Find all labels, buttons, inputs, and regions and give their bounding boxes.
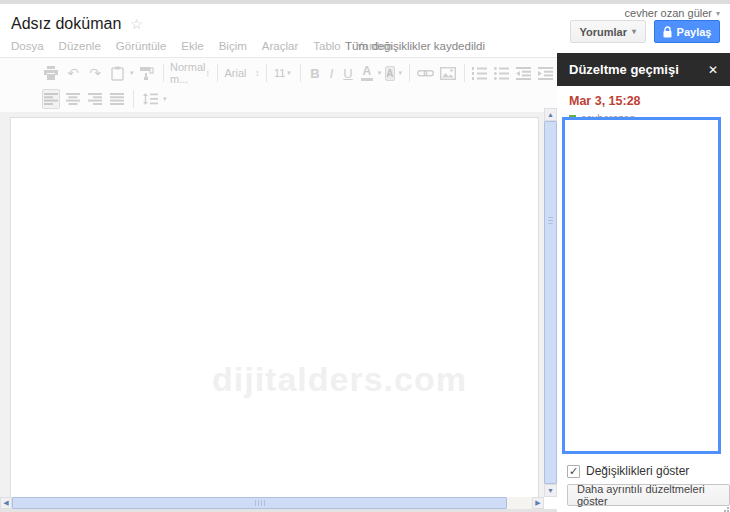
chevron-down-icon[interactable]: ▾ xyxy=(399,69,403,77)
text-color-button[interactable]: A xyxy=(361,66,373,81)
align-justify-button[interactable] xyxy=(108,89,126,109)
italic-button[interactable]: I xyxy=(330,66,334,81)
align-left-button[interactable] xyxy=(42,89,60,109)
revision-entry-date[interactable]: Mar 3, 15:28 xyxy=(569,94,730,108)
paragraph-style-dropdown[interactable]: Normal m... ↕ xyxy=(170,61,210,85)
star-icon[interactable]: ☆ xyxy=(130,16,143,32)
bulleted-list-icon[interactable] xyxy=(493,63,511,83)
vertical-scrollbar-thumb[interactable] xyxy=(544,121,557,484)
paint-format-icon[interactable] xyxy=(138,63,156,83)
increase-indent-icon[interactable] xyxy=(537,63,555,83)
bold-button[interactable]: B xyxy=(310,66,319,81)
menu-item-goruntule[interactable]: Görüntüle xyxy=(116,40,167,52)
updown-icon: ↕ xyxy=(205,68,210,78)
share-button[interactable]: Paylaş xyxy=(654,20,720,43)
menu-item-araclar[interactable]: Araçlar xyxy=(262,40,298,52)
document-page xyxy=(10,117,539,497)
revision-history-panel: Düzeltme geçmişi ✕ Mar 3, 15:28 cevheroz… xyxy=(557,53,730,512)
share-button-label: Paylaş xyxy=(677,26,712,38)
scrollbar-grip xyxy=(548,217,553,225)
scroll-left-arrow-icon[interactable]: ◀ xyxy=(0,497,12,509)
account-menu[interactable]: cevher ozan güler ▾ xyxy=(625,7,720,19)
print-icon[interactable] xyxy=(42,63,60,83)
updown-icon: ↕ xyxy=(255,68,260,78)
vertical-scrollbar[interactable]: ▲ ▼ xyxy=(544,108,557,497)
show-changes-row[interactable]: ✓ Değişiklikleri göster xyxy=(567,464,689,478)
menu-item-ekle[interactable]: Ekle xyxy=(181,40,203,52)
chevron-down-icon[interactable]: ▾ xyxy=(163,95,167,103)
toolbar-row-2: ▾ xyxy=(0,86,557,112)
comments-button-label: Yorumlar xyxy=(580,26,627,38)
toolbar-separator xyxy=(133,90,134,108)
text-color-letter: A xyxy=(362,66,371,77)
font-size-dropdown[interactable]: 11 ▾ xyxy=(274,67,293,79)
document-title[interactable]: Adsız doküman xyxy=(11,15,121,33)
lock-icon xyxy=(663,26,672,38)
toolbar: ↶ ↷ ▾ Normal m... ↕ Arial ↕ 11 ▾ xyxy=(0,57,557,112)
scrollbar-grip xyxy=(255,500,265,506)
document-area: dijitalders.com xyxy=(0,112,544,497)
font-size-value: 11 xyxy=(274,67,285,79)
decrease-indent-icon[interactable] xyxy=(515,63,533,83)
show-changes-checkbox[interactable]: ✓ xyxy=(567,465,580,478)
align-center-button[interactable] xyxy=(64,89,82,109)
doc-title-row: Adsız doküman ☆ xyxy=(11,15,143,33)
show-detailed-revisions-button[interactable]: Daha ayrıntılı düzeltmeleri göster xyxy=(567,484,730,506)
align-right-button[interactable] xyxy=(86,89,104,109)
google-docs-window: cevher ozan güler ▾ Adsız doküman ☆ Dosy… xyxy=(0,0,730,512)
resize-grip-icon[interactable] xyxy=(719,501,729,511)
line-spacing-icon[interactable] xyxy=(141,89,159,109)
comments-button[interactable]: Yorumlar ▾ xyxy=(570,20,647,43)
scroll-right-arrow-icon[interactable]: ▶ xyxy=(532,497,544,509)
menubar: Dosya Düzenle Görüntüle Ekle Biçim Araçl… xyxy=(11,40,392,52)
highlight-color-button[interactable]: A xyxy=(385,66,394,81)
chevron-down-icon: ▾ xyxy=(632,27,636,36)
menu-item-duzenle[interactable]: Düzenle xyxy=(59,40,101,52)
close-icon[interactable]: ✕ xyxy=(708,63,718,77)
top-edge-strip xyxy=(0,0,730,4)
revision-panel-header: Düzeltme geçmişi ✕ xyxy=(557,53,730,86)
save-status: Tüm değişiklikler kaydedildi xyxy=(345,40,485,52)
menu-item-tablo[interactable]: Tablo xyxy=(313,40,341,52)
numbered-list-icon[interactable] xyxy=(471,63,489,83)
paragraph-style-value: Normal m... xyxy=(170,61,205,85)
paste-format-icon[interactable] xyxy=(108,63,126,83)
watermark: dijitalders.com xyxy=(212,360,467,399)
chevron-down-icon[interactable]: ▾ xyxy=(378,69,382,77)
menu-item-bicim[interactable]: Biçim xyxy=(219,40,247,52)
toolbar-row-1: ↶ ↷ ▾ Normal m... ↕ Arial ↕ 11 ▾ xyxy=(0,60,557,86)
font-family-value: Arial xyxy=(224,67,246,79)
horizontal-scrollbar[interactable]: ◀ ▶ xyxy=(0,497,544,509)
horizontal-scrollbar-thumb[interactable] xyxy=(12,497,507,509)
scroll-down-arrow-icon[interactable]: ▼ xyxy=(544,484,557,497)
show-changes-label: Değişiklikleri göster xyxy=(586,464,689,478)
account-name: cevher ozan güler xyxy=(625,7,712,19)
menu-item-dosya[interactable]: Dosya xyxy=(11,40,44,52)
insert-image-icon[interactable] xyxy=(439,63,457,83)
revision-preview-box xyxy=(562,117,721,454)
revision-panel-title: Düzeltme geçmişi xyxy=(569,62,679,77)
font-family-dropdown[interactable]: Arial ↕ xyxy=(224,67,259,79)
undo-icon[interactable]: ↶ xyxy=(64,63,82,83)
insert-link-icon[interactable] xyxy=(417,63,435,83)
scroll-up-arrow-icon[interactable]: ▲ xyxy=(544,108,557,121)
chevron-down-icon: ▾ xyxy=(287,69,291,77)
redo-icon[interactable]: ↷ xyxy=(86,63,104,83)
chevron-down-icon: ▾ xyxy=(716,9,720,18)
chevron-down-icon[interactable]: ▾ xyxy=(130,69,134,77)
text-color-bar xyxy=(361,78,373,81)
underline-button[interactable]: U xyxy=(343,66,352,81)
